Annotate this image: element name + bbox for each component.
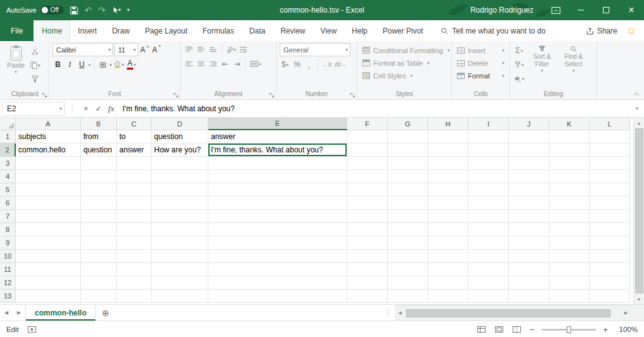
cell-E6[interactable]: [208, 197, 347, 210]
borders-button[interactable]: ⊞: [98, 58, 109, 71]
autosum-button[interactable]: Σ▾: [513, 44, 525, 57]
cell-D12[interactable]: [152, 276, 208, 290]
cell-F3[interactable]: [347, 157, 388, 170]
delete-cells-button[interactable]: Delete ▾: [455, 57, 506, 69]
cell-J6[interactable]: [509, 197, 549, 210]
close-button[interactable]: ×: [619, 0, 644, 20]
cell-J9[interactable]: [509, 236, 549, 250]
cell-J13[interactable]: [509, 290, 549, 303]
cell-F2[interactable]: [347, 144, 388, 157]
alignment-dialog-launcher[interactable]: [269, 92, 275, 98]
cell-D9[interactable]: [152, 236, 208, 250]
cell-A3[interactable]: [16, 157, 81, 170]
cell-B6[interactable]: [81, 197, 117, 210]
cell-H9[interactable]: [428, 236, 468, 250]
merge-center-button[interactable]: ▾: [249, 58, 262, 70]
decrease-font-button[interactable]: A▼: [152, 44, 162, 56]
increase-decimal-button[interactable]: ←.0: [321, 58, 332, 71]
tab-view[interactable]: View: [313, 20, 345, 41]
cancel-button[interactable]: ×: [80, 104, 92, 113]
cell-I10[interactable]: [468, 250, 509, 263]
tab-draw[interactable]: Draw: [104, 20, 137, 41]
cell-H8[interactable]: [428, 223, 468, 236]
paste-button[interactable]: Paste ▾: [4, 43, 27, 90]
row-header-8[interactable]: 8: [0, 223, 16, 236]
cell-I4[interactable]: [468, 170, 509, 183]
cell-F4[interactable]: [347, 170, 388, 183]
cell-K3[interactable]: [549, 157, 590, 170]
cell-G11[interactable]: [388, 263, 428, 276]
tab-formulas[interactable]: Formulas: [195, 20, 242, 41]
cell-C3[interactable]: [117, 157, 152, 170]
scroll-left-arrow[interactable]: ◀: [395, 305, 405, 321]
cell-A13[interactable]: [16, 290, 81, 303]
align-middle-button[interactable]: [196, 43, 206, 56]
cell-J3[interactable]: [509, 157, 549, 170]
cell-A8[interactable]: [16, 223, 81, 236]
cell-F12[interactable]: [347, 276, 388, 290]
horizontal-scrollbar[interactable]: ◀ ▶: [395, 305, 631, 321]
decrease-decimal-button[interactable]: .00→: [333, 58, 346, 71]
cell-A1[interactable]: subjects: [16, 130, 81, 144]
cell-F7[interactable]: [347, 210, 388, 223]
cell-L10[interactable]: [590, 250, 630, 263]
borders-dropdown-arrow[interactable]: ▾: [110, 63, 112, 67]
cell-D5[interactable]: [152, 183, 208, 197]
cell-B1[interactable]: from: [81, 130, 117, 144]
cell-L1[interactable]: [590, 130, 630, 144]
zoom-in-button[interactable]: +: [601, 325, 610, 334]
column-header-H[interactable]: H: [428, 118, 468, 130]
cell-D7[interactable]: [152, 210, 208, 223]
cell-E1[interactable]: answer: [208, 130, 347, 144]
column-header-G[interactable]: G: [388, 118, 428, 130]
format-cells-button[interactable]: Format ▾: [455, 70, 506, 82]
normal-view-button[interactable]: [475, 326, 487, 333]
tab-home[interactable]: Home: [33, 20, 70, 41]
increase-indent-button[interactable]: ⇥: [232, 58, 242, 70]
cell-L9[interactable]: [590, 236, 630, 250]
cell-E3[interactable]: [208, 157, 347, 170]
find-select-button[interactable]: Find & Select ▾: [559, 43, 588, 90]
align-center-button[interactable]: [196, 58, 206, 70]
cell-F13[interactable]: [347, 290, 388, 303]
cell-B11[interactable]: [81, 263, 117, 276]
cell-D13[interactable]: [152, 290, 208, 303]
cell-D10[interactable]: [152, 250, 208, 263]
decrease-indent-button[interactable]: ⇤: [220, 58, 230, 70]
tab-power-pivot[interactable]: Power Pivot: [375, 20, 431, 41]
zoom-slider[interactable]: [542, 329, 596, 331]
cell-G2[interactable]: [388, 144, 428, 157]
cell-J10[interactable]: [509, 250, 549, 263]
macro-record-button[interactable]: [19, 326, 36, 333]
cell-J2[interactable]: [509, 144, 549, 157]
cell-C2[interactable]: answer: [117, 144, 152, 157]
column-header-L[interactable]: L: [590, 118, 630, 130]
column-header-C[interactable]: C: [117, 118, 152, 130]
column-header-J[interactable]: J: [509, 118, 549, 130]
cell-G5[interactable]: [388, 183, 428, 197]
cell-C7[interactable]: [117, 210, 152, 223]
cell-H2[interactable]: [428, 144, 468, 157]
cell-G7[interactable]: [388, 210, 428, 223]
cell-H4[interactable]: [428, 170, 468, 183]
column-header-E[interactable]: E: [208, 118, 347, 130]
cell-G8[interactable]: [388, 223, 428, 236]
clear-button[interactable]: ▾: [513, 72, 525, 85]
cell-A7[interactable]: [16, 210, 81, 223]
cell-F11[interactable]: [347, 263, 388, 276]
cell-I13[interactable]: [468, 290, 509, 303]
zoom-out-button[interactable]: −: [528, 325, 537, 334]
fill-color-button[interactable]: ▾: [113, 58, 125, 71]
cell-C12[interactable]: [117, 276, 152, 290]
cell-H1[interactable]: [428, 130, 468, 144]
align-left-button[interactable]: [184, 58, 194, 70]
cell-A12[interactable]: [16, 276, 81, 290]
cell-D6[interactable]: [152, 197, 208, 210]
cell-K11[interactable]: [549, 263, 590, 276]
cell-I1[interactable]: [468, 130, 509, 144]
align-top-button[interactable]: [184, 43, 194, 56]
cell-H12[interactable]: [428, 276, 468, 290]
wrap-text-button[interactable]: [238, 43, 249, 56]
share-button[interactable]: Share: [586, 27, 617, 35]
column-header-I[interactable]: I: [468, 118, 509, 130]
